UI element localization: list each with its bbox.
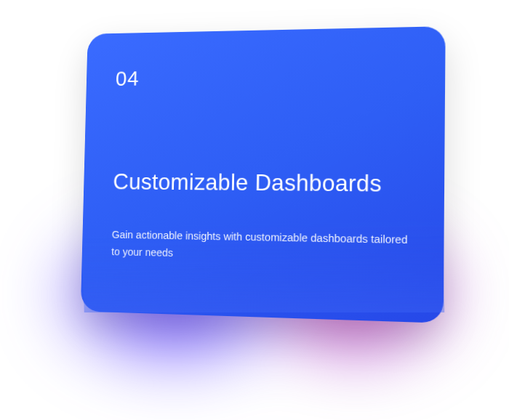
card-description: Gain actionable insights with customizab… <box>111 226 411 266</box>
card-number: 04 <box>116 62 412 91</box>
card-title: Customizable Dashboards <box>113 168 412 198</box>
card-scene: 04 Customizable Dashboards Gain actionab… <box>73 29 444 316</box>
feature-card: 04 Customizable Dashboards Gain actionab… <box>81 26 446 323</box>
